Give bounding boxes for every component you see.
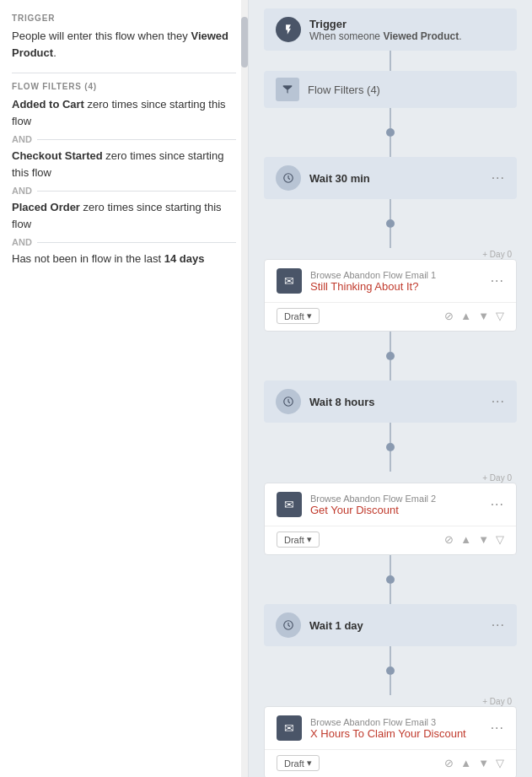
email-3-title: X Hours To Claim Your Discount — [310, 727, 482, 740]
email-3-subtitle: Browse Abandon Flow Email 3 — [310, 717, 482, 727]
wait-2-label: Wait 8 hours — [309, 396, 483, 408]
filters-icon — [276, 78, 299, 101]
connector — [390, 423, 391, 443]
email-2-title: Get Your Discount — [310, 504, 482, 516]
wait-2-container: Wait 8 hours ··· — [249, 380, 532, 423]
email-1-title: Still Thinking About It? — [310, 280, 482, 293]
email-2-container: + Day 0 ✉ Browse Abandon Flow Email 2 Ge… — [249, 472, 532, 555]
connector-dot — [386, 128, 395, 137]
email-2-icon: ✉ — [277, 492, 302, 517]
connector-dot — [386, 575, 395, 584]
down-icon-2[interactable]: ▼ — [478, 533, 489, 546]
wait-2-menu[interactable]: ··· — [492, 394, 505, 409]
email-1-icon: ✉ — [277, 268, 302, 294]
connector — [390, 646, 391, 666]
up-icon-3[interactable]: ▲ — [460, 757, 471, 769]
filter-1-bold: Added to Cart — [12, 98, 84, 111]
left-panel: TRIGGER People will enter this flow when… — [0, 0, 249, 777]
wait-3-label: Wait 1 day — [309, 619, 483, 632]
copy-icon-3[interactable]: ⊘ — [444, 757, 454, 769]
and-3: AND — [12, 237, 236, 247]
down-icon[interactable]: ▼ — [478, 310, 489, 322]
trigger-text: People will enter this flow when they Vi… — [12, 28, 236, 61]
trigger-node-container: Trigger When someone Viewed Product. — [249, 8, 532, 51]
connector-dot — [386, 219, 395, 228]
wait-1-menu[interactable]: ··· — [492, 170, 505, 186]
trigger-node-desc: When someone Viewed Product. — [309, 30, 505, 42]
wait-3-menu[interactable]: ··· — [492, 618, 505, 633]
email-2-draft-btn[interactable]: Draft ▾ — [277, 531, 320, 548]
connector — [390, 228, 391, 248]
up-icon[interactable]: ▲ — [460, 310, 471, 322]
trigger-prefix: People will enter this flow when they — [12, 30, 191, 42]
connector — [390, 51, 391, 71]
chevron-down-icon-2: ▾ — [307, 534, 312, 545]
connector — [390, 332, 391, 352]
filter-4-bold: 14 days — [164, 252, 205, 265]
connector — [390, 199, 391, 219]
email-1-subtitle: Browse Abandon Flow Email 1 — [310, 270, 482, 280]
connector — [390, 451, 391, 472]
wait-3-container: Wait 1 day ··· — [249, 604, 532, 646]
trigger-suffix: . — [53, 46, 56, 59]
connector-dot — [386, 443, 395, 451]
email-1-node: ✉ Browse Abandon Flow Email 1 Still Thin… — [264, 259, 517, 332]
clock-icon-2 — [276, 389, 301, 414]
email-3-container: + Day 0 ✉ Browse Abandon Flow Email 3 X … — [249, 695, 532, 777]
chevron-down-icon-3: ▾ — [307, 758, 312, 769]
email-2-subtitle: Browse Abandon Flow Email 2 — [310, 494, 482, 504]
email-3-node: ✉ Browse Abandon Flow Email 3 X Hours To… — [264, 706, 517, 777]
copy-icon[interactable]: ⊘ — [444, 310, 454, 322]
connector — [390, 675, 391, 695]
day-tag-1: + Day 0 — [482, 250, 512, 259]
down-icon-3[interactable]: ▼ — [478, 757, 489, 769]
flow-filters-node-label: Flow Filters (4) — [308, 84, 380, 96]
flow-filters-section: FLOW FILTERS (4) Added to Cart zero time… — [12, 82, 236, 267]
chevron-down-icon: ▾ — [307, 310, 312, 321]
email-1-menu[interactable]: ··· — [491, 273, 504, 289]
email-1-draft-btn[interactable]: Draft ▾ — [277, 308, 320, 324]
filter-icon[interactable]: ▽ — [496, 310, 504, 322]
clock-icon — [276, 165, 301, 191]
wait-1-label: Wait 30 min — [309, 172, 483, 185]
and-2: AND — [12, 186, 236, 196]
email-3-menu[interactable]: ··· — [491, 720, 504, 736]
wait-3-node: Wait 1 day ··· — [264, 604, 517, 646]
connector — [390, 360, 391, 380]
day-tag-2: + Day 0 — [482, 473, 512, 483]
email-3-draft-btn[interactable]: Draft ▾ — [277, 755, 320, 771]
and-1: AND — [12, 134, 236, 144]
up-icon-2[interactable]: ▲ — [460, 533, 471, 546]
filter-icon-3[interactable]: ▽ — [496, 757, 504, 769]
email-2-menu[interactable]: ··· — [491, 497, 504, 512]
email-2-node: ✉ Browse Abandon Flow Email 2 Get Your D… — [264, 483, 517, 555]
filter-icon-2[interactable]: ▽ — [496, 533, 504, 546]
flow-filters-node: Flow Filters (4) — [264, 71, 517, 108]
clock-icon-3 — [276, 612, 301, 638]
connector — [390, 584, 391, 604]
connector — [390, 137, 391, 157]
email-3-icon: ✉ — [277, 715, 302, 741]
trigger-icon — [276, 17, 301, 42]
filter-4: Has not been in flow in the last 14 days — [12, 251, 236, 267]
wait-1-container: Wait 30 min ··· — [249, 157, 532, 199]
connector-dot — [386, 352, 395, 360]
connector — [390, 108, 391, 128]
filter-4-text: Has not been in flow in the last 14 days — [12, 252, 204, 265]
filter-1: Added to Cart zero times since starting … — [12, 96, 236, 129]
connector-dot — [386, 666, 395, 675]
day-tag-3: + Day 0 — [482, 697, 512, 706]
flow-filters-label: FLOW FILTERS (4) — [12, 82, 236, 91]
wait-2-node: Wait 8 hours ··· — [264, 380, 517, 423]
right-panel: Trigger When someone Viewed Product. Flo… — [249, 0, 532, 777]
copy-icon-2[interactable]: ⊘ — [444, 533, 454, 546]
wait-1-node: Wait 30 min ··· — [264, 157, 517, 199]
trigger-section: TRIGGER People will enter this flow when… — [12, 13, 236, 61]
trigger-node: Trigger When someone Viewed Product. — [264, 8, 517, 51]
connector — [390, 555, 391, 575]
trigger-label: TRIGGER — [12, 13, 236, 23]
filter-3-bold: Placed Order — [12, 201, 80, 213]
email-1-container: + Day 0 ✉ Browse Abandon Flow Email 1 St… — [249, 248, 532, 332]
filter-2: Checkout Started zero times since starti… — [12, 148, 236, 181]
filter-3: Placed Order zero times since starting t… — [12, 199, 236, 232]
